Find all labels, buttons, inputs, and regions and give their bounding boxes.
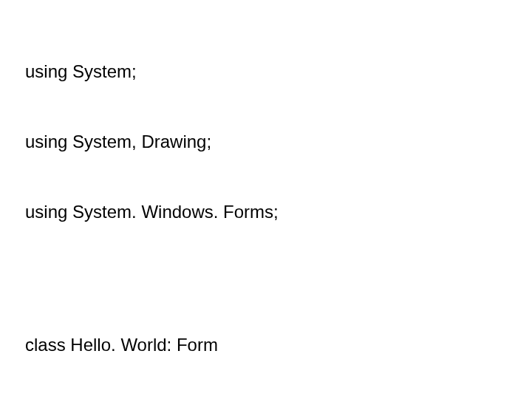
code-line: using System; [25,60,532,83]
code-line: using System, Drawing; [25,130,532,154]
code-line [25,270,532,287]
code-line: using System. Windows. Forms; [25,200,532,224]
code-block: using System; using System, Drawing; usi… [25,13,532,399]
code-line: class Hello. World: Form [25,333,532,357]
